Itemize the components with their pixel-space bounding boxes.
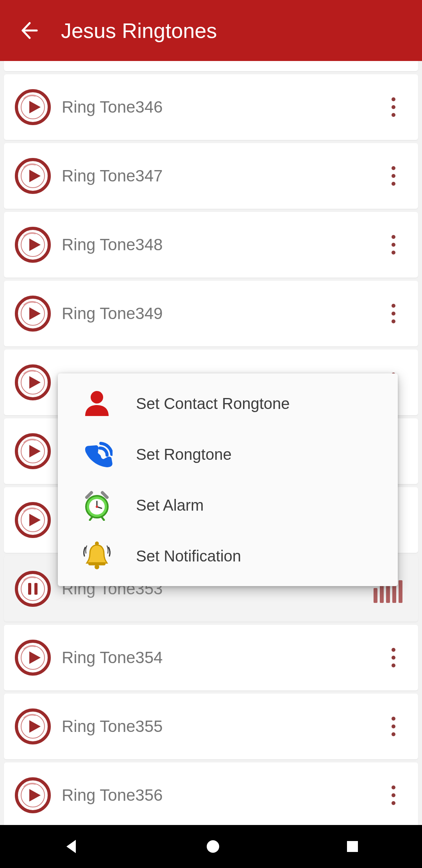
play-button[interactable]: [15, 433, 51, 469]
play-icon: [15, 296, 51, 332]
play-icon: [15, 227, 51, 263]
play-button[interactable]: [15, 296, 51, 332]
context-menu: Set Contact RongtoneSet RongtoneSet Alar…: [58, 373, 398, 586]
ringtone-label: Ring Tone354: [62, 648, 380, 667]
list-item[interactable]: Ring Tone348: [4, 212, 418, 278]
list-item[interactable]: Ring Tone354: [4, 625, 418, 690]
nav-back-button[interactable]: [63, 838, 80, 855]
menu-item[interactable]: Set Alarm: [58, 480, 398, 531]
more-vert-icon: [392, 304, 395, 308]
menu-item-label: Set Notification: [136, 547, 241, 565]
menu-item[interactable]: Set Contact Rongtone: [58, 378, 398, 429]
clock-icon: [58, 490, 136, 521]
menu-item-label: Set Contact Rongtone: [136, 395, 290, 412]
play-icon: [15, 433, 51, 469]
more-options-button[interactable]: [380, 162, 407, 190]
nav-recents-button[interactable]: [345, 839, 359, 854]
play-button[interactable]: [15, 777, 51, 813]
play-icon: [15, 89, 51, 125]
ringtone-label: Ring Tone349: [62, 304, 380, 323]
more-vert-icon: [392, 97, 395, 101]
menu-item-label: Set Rongtone: [136, 446, 232, 463]
pause-button[interactable]: [15, 571, 51, 607]
ringtone-label: Ring Tone348: [62, 235, 380, 254]
list-item[interactable]: Ring Tone347: [4, 143, 418, 209]
ringtone-label: Ring Tone347: [62, 167, 380, 185]
arrow-left-icon: [19, 21, 38, 40]
ringtone-label: Ring Tone355: [62, 717, 380, 736]
page-title: Jesus Ringtones: [61, 18, 217, 43]
svg-point-18: [207, 840, 219, 853]
list-item[interactable]: Ring Tone345: [4, 61, 418, 71]
more-options-button[interactable]: [380, 231, 407, 258]
play-button[interactable]: [15, 708, 51, 744]
list-item[interactable]: Ring Tone355: [4, 694, 418, 759]
play-icon: [15, 708, 51, 744]
play-icon: [15, 777, 51, 813]
pause-icon: [15, 571, 51, 607]
list-item[interactable]: Ring Tone356: [4, 762, 418, 825]
menu-item-label: Set Alarm: [136, 497, 204, 514]
bell-icon: [58, 540, 136, 572]
play-button[interactable]: [15, 640, 51, 676]
play-button[interactable]: [15, 227, 51, 263]
system-nav-bar: [0, 825, 422, 868]
svg-rect-19: [347, 841, 358, 852]
more-vert-icon: [392, 166, 395, 170]
back-button[interactable]: [15, 17, 42, 44]
square-icon: [345, 839, 359, 854]
more-vert-icon: [392, 786, 395, 789]
more-vert-icon: [392, 235, 395, 239]
more-options-button[interactable]: [380, 713, 407, 740]
play-button[interactable]: [15, 502, 51, 538]
screen: Jesus Ringtones Ring Tone345Ring Tone346…: [0, 0, 422, 868]
more-options-button[interactable]: [380, 93, 407, 121]
menu-item[interactable]: Set Notification: [58, 531, 398, 581]
play-button[interactable]: [15, 364, 51, 400]
more-options-button[interactable]: [380, 644, 407, 671]
play-icon: [15, 640, 51, 676]
more-vert-icon: [392, 717, 395, 721]
play-icon: [15, 364, 51, 400]
app-bar: Jesus Ringtones: [0, 0, 422, 61]
play-icon: [15, 158, 51, 194]
list-item[interactable]: Ring Tone346: [4, 74, 418, 140]
ringtone-label: Ring Tone356: [62, 786, 380, 805]
person-icon: [58, 388, 136, 419]
play-button[interactable]: [15, 158, 51, 194]
nav-home-button[interactable]: [205, 839, 221, 854]
more-options-button[interactable]: [380, 782, 407, 809]
phone-icon: [58, 439, 136, 470]
list-item[interactable]: Ring Tone349: [4, 281, 418, 346]
menu-item[interactable]: Set Rongtone: [58, 429, 398, 480]
play-icon: [15, 502, 51, 538]
triangle-left-icon: [63, 838, 80, 855]
more-vert-icon: [392, 648, 395, 652]
ringtone-label: Ring Tone346: [62, 98, 380, 117]
circle-icon: [205, 839, 221, 854]
play-button[interactable]: [15, 89, 51, 125]
more-options-button[interactable]: [380, 300, 407, 327]
